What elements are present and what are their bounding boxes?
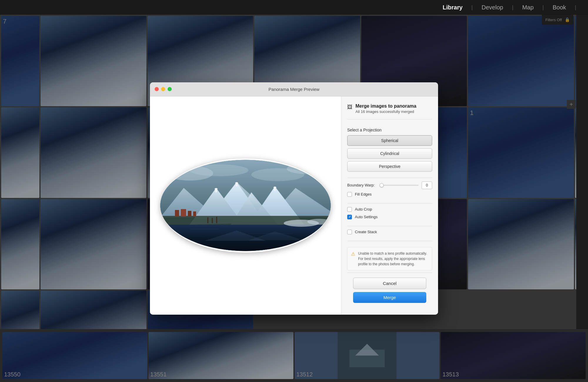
merge-info: Merge images to panorama All 16 images s… <box>355 104 416 114</box>
boundary-warp-label: Boundary Warp: <box>347 183 377 187</box>
preview-area <box>150 96 341 315</box>
auto-settings-label: Auto Settings <box>355 215 377 219</box>
window-controls <box>155 87 172 91</box>
window-close-button[interactable] <box>155 87 159 91</box>
warning-text: Unable to match a lens profile automatic… <box>358 251 428 267</box>
nav-develop[interactable]: Develop <box>482 4 503 11</box>
create-stack-row: Create Stack <box>347 230 432 234</box>
warning-box: ⚠ Unable to match a lens profile automat… <box>347 247 432 271</box>
svg-rect-20 <box>216 217 217 223</box>
window-maximize-button[interactable] <box>168 87 172 91</box>
divider-3 <box>347 203 432 203</box>
projection-perspective-button[interactable]: Perspective <box>347 161 432 172</box>
dialog-footer: Cancel Merge <box>347 273 432 308</box>
fill-edges-checkbox[interactable] <box>347 192 352 197</box>
cancel-button[interactable]: Cancel <box>353 278 426 289</box>
main-nav: Library | Develop | Map | Book | <box>443 4 576 11</box>
panorama-preview <box>160 159 331 253</box>
auto-settings-row: Auto Settings <box>347 215 432 219</box>
nav-map[interactable]: Map <box>522 4 534 11</box>
dialog-titlebar: Panorama Merge Preview <box>150 82 438 96</box>
merge-header: 🖼 Merge images to panorama All 16 images… <box>347 104 432 114</box>
fill-edges-row: Fill Edges <box>347 192 432 197</box>
svg-rect-18 <box>207 217 208 223</box>
dialog-title: Panorama Merge Preview <box>268 87 319 92</box>
nav-library[interactable]: Library <box>443 4 463 11</box>
svg-point-2 <box>190 164 248 176</box>
merge-title: Merge images to panorama <box>355 104 416 109</box>
svg-rect-19 <box>212 218 213 223</box>
merge-subtitle: All 16 images successfully merged <box>355 109 416 114</box>
divider-5 <box>347 241 432 241</box>
boundary-warp-thumb <box>380 183 384 187</box>
boundary-warp-value[interactable]: 0 <box>422 181 432 189</box>
warning-icon: ⚠ <box>351 251 355 267</box>
create-stack-checkbox[interactable] <box>347 230 352 234</box>
panorama-photo <box>160 159 331 253</box>
merge-button[interactable]: Merge <box>353 292 426 303</box>
dialog-body: 🖼 Merge images to panorama All 16 images… <box>150 96 438 315</box>
nav-sep-4: | <box>575 4 576 11</box>
merge-icon: 🖼 <box>347 104 353 110</box>
boundary-warp-row: Boundary Warp: 0 <box>347 181 432 189</box>
svg-point-4 <box>287 164 328 174</box>
auto-settings-checkbox[interactable] <box>347 215 352 219</box>
dialog-settings-panel: 🖼 Merge images to panorama All 16 images… <box>341 96 438 315</box>
auto-crop-checkbox[interactable] <box>347 207 352 212</box>
window-minimize-button[interactable] <box>161 87 165 91</box>
nav-sep-3: | <box>542 4 544 11</box>
svg-point-28 <box>307 219 331 225</box>
spacer <box>347 271 432 273</box>
fill-edges-label: Fill Edges <box>355 192 372 196</box>
projection-spherical-button[interactable]: Spherical <box>347 135 432 146</box>
auto-crop-row: Auto Crop <box>347 207 432 212</box>
boundary-warp-slider[interactable] <box>380 185 419 186</box>
auto-crop-label: Auto Crop <box>355 207 372 211</box>
top-navigation-bar: Library | Develop | Map | Book | <box>0 0 588 15</box>
svg-rect-15 <box>181 209 186 216</box>
create-stack-label: Create Stack <box>355 230 377 234</box>
divider-2 <box>347 178 432 178</box>
divider-4 <box>347 226 432 226</box>
svg-rect-14 <box>175 210 179 216</box>
nav-book[interactable]: Book <box>553 4 566 11</box>
dialog-overlay: Panorama Merge Preview <box>0 15 588 382</box>
panorama-dialog: Panorama Merge Preview <box>150 82 438 315</box>
nav-sep-2: | <box>512 4 513 11</box>
divider-1 <box>347 119 432 119</box>
svg-rect-16 <box>188 211 191 216</box>
nav-sep-1: | <box>471 4 473 11</box>
panorama-svg <box>160 159 331 253</box>
projection-label: Select a Projection <box>347 128 432 132</box>
svg-rect-17 <box>193 211 196 216</box>
projection-cylindrical-button[interactable]: Cylindrical <box>347 148 432 159</box>
